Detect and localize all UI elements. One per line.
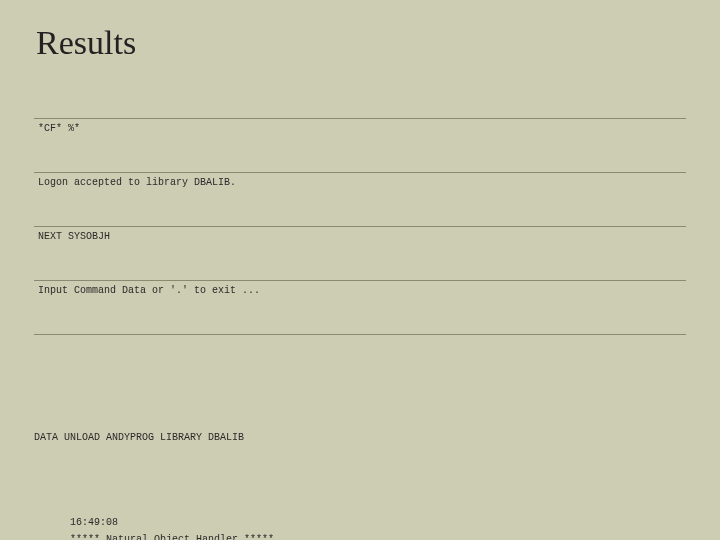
- line-prompt: Input Command Data or '.' to exit ...: [34, 280, 686, 300]
- handler-title: ***** Natural Object Handler *****: [70, 534, 274, 540]
- line-data-cmd: DATA UNLOAD ANDYPROG LIBRARY DBALIB: [34, 429, 686, 446]
- line-cf: *CF* %*: [34, 118, 686, 138]
- line-logon: Logon accepted to library DBALIB.: [34, 172, 686, 192]
- terminal-output: DATA UNLOAD ANDYPROG LIBRARY DBALIB 16:4…: [34, 395, 686, 540]
- time: 16:49:08: [70, 517, 118, 528]
- line-handler-title: 16:49:08 ***** Natural Object Handler **…: [34, 497, 686, 540]
- page-title: Results: [36, 24, 686, 62]
- line-next: NEXT SYSOBJH: [34, 226, 686, 246]
- session-header: *CF* %* Logon accepted to library DBALIB…: [34, 84, 686, 335]
